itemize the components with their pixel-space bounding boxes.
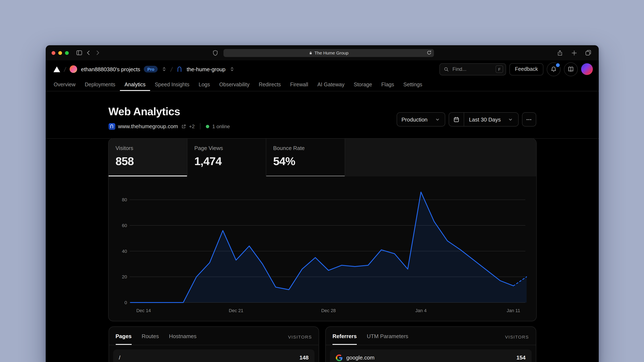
external-link-icon[interactable]	[181, 124, 186, 129]
panel-tab-hostnames[interactable]: Hostnames	[169, 333, 197, 345]
stat-tile-bounce-rate[interactable]: Bounce Rate54%	[266, 139, 345, 176]
browser-window: The Hume Group /	[46, 45, 599, 362]
y-axis-tick: 60	[122, 223, 127, 228]
new-tab-icon[interactable]	[569, 48, 578, 57]
visitors-chart[interactable]: 020406080Dec 14Dec 21Dec 28Jan 4Jan 11	[108, 176, 536, 321]
team-name[interactable]: ethan8880380's projects	[81, 66, 140, 72]
nav-tab-speed-insights[interactable]: Speed Insights	[150, 78, 194, 91]
detail-panels: PagesRoutesHostnamesVISITORS/148Referrer…	[108, 326, 536, 362]
user-avatar[interactable]	[581, 63, 593, 75]
more-options-button[interactable]	[522, 112, 536, 126]
close-window-button[interactable]	[52, 51, 55, 55]
desktop: The Hume Group /	[0, 0, 644, 362]
breadcrumb-separator: /	[63, 65, 67, 73]
environment-select[interactable]: Production	[396, 112, 445, 126]
address-text: The Hume Group	[314, 50, 348, 55]
y-axis-tick: 20	[122, 274, 127, 280]
plan-badge: Pro	[144, 66, 158, 72]
book-icon	[568, 66, 574, 72]
breadcrumb-separator: /	[170, 65, 173, 73]
visitors-column-header: VISITORS	[505, 334, 529, 345]
panel-tab-routes[interactable]: Routes	[142, 333, 159, 345]
online-status-dot	[206, 125, 210, 128]
more-domains-badge[interactable]: +2	[189, 124, 194, 129]
project-icon	[176, 66, 183, 72]
notifications-button[interactable]	[547, 62, 560, 76]
x-axis-tick: Dec 21	[228, 308, 243, 313]
panel-tab-utm-parameters[interactable]: UTM Parameters	[367, 333, 408, 345]
docs-button[interactable]	[564, 62, 578, 76]
chart-svg: 020406080Dec 14Dec 21Dec 28Jan 4Jan 11	[108, 176, 535, 321]
stat-value: 1,474	[194, 155, 266, 168]
visitors-column-header: VISITORS	[288, 334, 312, 345]
nav-tab-logs[interactable]: Logs	[194, 78, 215, 91]
google-favicon	[336, 355, 342, 361]
referrers-panel: ReferrersUTM ParametersVISITORSgoogle.co…	[325, 326, 536, 362]
page-head-left: Web Analytics www.thehumegroup.com +2 1 …	[108, 106, 230, 130]
row-visitors-value: 148	[300, 355, 308, 361]
project-name[interactable]: the-hume-group	[187, 66, 226, 72]
lock-icon	[308, 50, 313, 55]
panel-row[interactable]: google.com154	[330, 350, 532, 362]
online-count: 1 online	[212, 124, 230, 129]
calendar-button[interactable]	[449, 113, 464, 126]
stats-row: Visitors858Page Views1,474Bounce Rate54%	[108, 139, 536, 176]
panel-divider	[326, 345, 536, 345]
analytics-card-band: Visitors858Page Views1,474Bounce Rate54%…	[46, 138, 599, 321]
stats-filler	[345, 139, 536, 176]
nav-tab-deployments[interactable]: Deployments	[80, 78, 120, 91]
nav-tab-redirects[interactable]: Redirects	[254, 78, 286, 91]
chart-area-fill	[130, 192, 526, 302]
panel-tabs: ReferrersUTM ParametersVISITORS	[326, 327, 536, 345]
nav-tab-overview[interactable]: Overview	[49, 78, 80, 91]
chevron-down-icon	[508, 117, 513, 122]
nav-tab-firewall[interactable]: Firewall	[286, 78, 313, 91]
panel-divider	[109, 345, 319, 345]
nav-tab-analytics[interactable]: Analytics	[120, 78, 150, 91]
zoom-window-button[interactable]	[65, 51, 69, 55]
stat-value: 54%	[273, 155, 344, 168]
row-visitors-value: 154	[516, 355, 526, 361]
stat-value: 858	[116, 155, 187, 168]
nav-tab-settings[interactable]: Settings	[399, 78, 427, 91]
address-bar[interactable]: The Hume Group	[223, 49, 434, 57]
nav-tab-flags[interactable]: Flags	[377, 78, 399, 91]
share-icon[interactable]	[555, 48, 564, 57]
panel-tab-referrers[interactable]: Referrers	[332, 333, 357, 345]
y-axis-tick: 0	[124, 300, 127, 305]
ellipsis-icon	[526, 116, 532, 123]
stat-tile-visitors[interactable]: Visitors858	[108, 139, 187, 176]
panel-tab-pages[interactable]: Pages	[116, 333, 132, 345]
stat-tile-page-views[interactable]: Page Views1,474	[187, 139, 266, 176]
reload-icon[interactable]	[426, 50, 432, 55]
nav-tab-ai-gateway[interactable]: AI Gateway	[313, 78, 349, 91]
team-switcher-icon[interactable]	[162, 66, 167, 72]
project-switcher-icon[interactable]	[229, 66, 235, 72]
tab-overview-icon[interactable]	[584, 48, 593, 57]
team-avatar[interactable]	[70, 65, 77, 73]
browser-toolbar: The Hume Group	[46, 45, 599, 60]
y-axis-tick: 80	[122, 197, 127, 202]
nav-tab-storage[interactable]: Storage	[349, 78, 377, 91]
analytics-card: Visitors858Page Views1,474Bounce Rate54%…	[108, 138, 536, 321]
notification-dot	[555, 62, 560, 68]
vercel-logo-icon[interactable]	[53, 66, 60, 72]
pages-panel: PagesRoutesHostnamesVISITORS/148	[108, 326, 319, 362]
feedback-button[interactable]: Feedback	[510, 63, 544, 75]
back-icon[interactable]	[84, 48, 93, 57]
domain-link[interactable]: www.thehumegroup.com	[118, 123, 178, 130]
date-range-select[interactable]: Last 30 Days	[464, 116, 518, 123]
sidebar-toggle-icon[interactable]	[75, 48, 84, 57]
find-input[interactable]	[452, 66, 493, 72]
minimize-window-button[interactable]	[58, 51, 62, 55]
privacy-shield-icon[interactable]	[211, 48, 220, 57]
find-box[interactable]: F	[440, 63, 506, 75]
forward-icon[interactable]	[93, 48, 102, 57]
analytics-page: Web Analytics www.thehumegroup.com +2 1 …	[46, 91, 599, 362]
page-title: Web Analytics	[108, 106, 230, 118]
row-label: google.com	[346, 355, 374, 361]
panel-row[interactable]: /148	[113, 350, 314, 362]
nav-tab-observability[interactable]: Observability	[215, 78, 254, 91]
search-icon	[444, 66, 449, 72]
find-shortcut-badge: F	[496, 65, 503, 73]
